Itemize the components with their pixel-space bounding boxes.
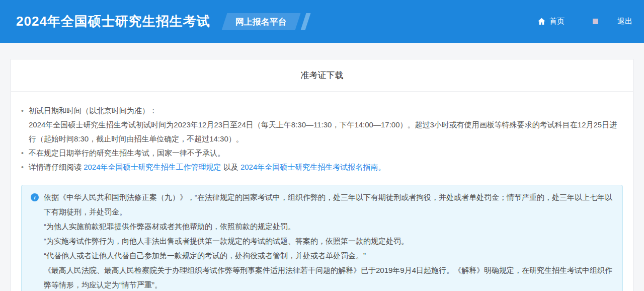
platform-badge-label: 网上报名平台 [235,16,287,27]
legal-paragraph-4: “代替他人或者让他人代替自己参加第一款规定的考试的，处拘役或者管制，并处或者单处… [44,248,613,263]
list-item-details: • 详情请仔细阅读 2024年全国硕士研究生招生工作管理规定 以及 2024年全… [21,160,623,174]
legal-paragraph-5: 《最高人民法院、最高人民检察院关于办理组织考试作弊等刑事案件适用法律若干问题的解… [44,263,613,291]
bullet-icon: • [21,104,29,118]
info-icon: i [31,193,39,201]
link-management-rules[interactable]: 2024年全国硕士研究生招生工作管理规定 [84,163,221,171]
legal-paragraph-1: 依据《中华人民共和国刑法修正案（九）》，“在法律规定的国家考试中，组织作弊的，处… [44,190,613,219]
header-left: 2024年全国硕士研究生招生考试 网上报名平台 [16,13,308,30]
exam-time-heading: 初试日期和时间（以北京时间为准）： [29,104,623,118]
platform-badge: 网上报名平台 [221,13,300,30]
logout-placeholder-icon [593,19,598,24]
card-body: • 初试日期和时间（以北京时间为准）： 2024年全国硕士研究生招生考试初试时间… [11,92,633,291]
bullet-icon: • [21,160,29,174]
content-card: 准考证下载 • 初试日期和时间（以北京时间为准）： 2024年全国硕士研究生招生… [11,59,633,291]
nav-home-link[interactable]: 首页 [537,17,565,26]
legal-paragraph-3: “为实施考试作弊行为，向他人非法出售或者提供第一款规定的考试的试题、答案的，依照… [44,234,613,248]
page-main: 准考证下载 • 初试日期和时间（以北京时间为准）： 2024年全国硕士研究生招生… [0,43,644,291]
page-title: 准考证下载 [11,59,633,92]
legal-notice-text: 依据《中华人民共和国刑法修正案（九）》，“在法律规定的国家考试中，组织作弊的，处… [44,190,613,291]
exam-notice-list: • 初试日期和时间（以北京时间为准）： 2024年全国硕士研究生招生考试初试时间… [21,104,623,174]
details-and-text: 以及 [221,163,240,171]
app-header: 2024年全国硕士研究生招生考试 网上报名平台 首页 退出 [0,0,644,43]
header-nav: 首页 退出 [537,17,632,26]
link-registration-guide[interactable]: 2024年全国硕士研究生招生考试报名指南。 [240,163,385,171]
legal-notice-box: i 依据《中华人民共和国刑法修正案（九）》，“在法律规定的国家考试中，组织作弊的… [21,185,623,291]
badge-stripe-decoration [300,13,310,30]
list-item-unrecognized: • 不在规定日期举行的研究生招生考试，国家一律不予承认。 [21,146,623,160]
exam-time-detail: 2024年全国硕士研究生招生考试初试时间为2023年12月23日至24日（每天上… [29,118,623,146]
list-item-exam-time: • 初试日期和时间（以北京时间为准）： 2024年全国硕士研究生招生考试初试时间… [21,104,623,146]
app-title: 2024年全国硕士研究生招生考试 [16,13,210,30]
details-prefix-text: 详情请仔细阅读 [29,163,84,171]
nav-logout-link[interactable]: 退出 [617,17,632,26]
unrecognized-exam-text: 不在规定日期举行的研究生招生考试，国家一律不予承认。 [29,146,623,160]
nav-home-label: 首页 [549,17,565,26]
legal-paragraph-2: “为他人实施前款犯罪提供作弊器材或者其他帮助的，依照前款的规定处罚。 [44,219,613,234]
home-icon [537,17,546,26]
bullet-icon: • [21,146,29,160]
